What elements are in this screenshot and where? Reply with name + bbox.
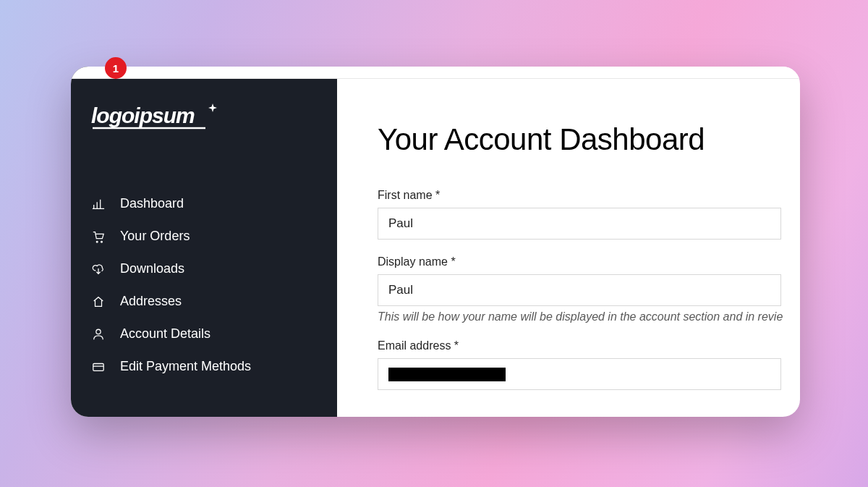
sidebar-item-label: Your Orders	[120, 229, 190, 244]
sidebar-nav: Dashboard Your Orders Downloads Addresse…	[71, 187, 337, 383]
email-input[interactable]	[378, 358, 781, 390]
first-name-input[interactable]	[378, 208, 781, 240]
cloud-download-icon	[91, 262, 106, 276]
sidebar-item-label: Dashboard	[120, 196, 184, 211]
sidebar-item-account-details[interactable]: Account Details	[91, 318, 337, 350]
sidebar-item-label: Account Details	[120, 326, 210, 342]
svg-text:logoipsum: logoipsum	[91, 103, 195, 127]
svg-point-2	[96, 329, 101, 334]
svg-rect-3	[93, 363, 103, 370]
card-top-strip	[71, 67, 800, 79]
page-title: Your Account Dashboard	[378, 122, 800, 157]
email-field: Email address *	[378, 339, 800, 390]
main-content: Your Account Dashboard First name * Disp…	[337, 67, 800, 417]
logo: logoipsum	[71, 79, 337, 144]
sidebar-item-dashboard[interactable]: Dashboard	[91, 187, 337, 220]
bar-chart-icon	[91, 197, 106, 211]
sidebar-item-downloads[interactable]: Downloads	[91, 253, 337, 285]
annotation-badge: 1	[105, 57, 127, 79]
display-name-help: This will be how your name will be displ…	[378, 310, 800, 323]
logoipsum-logo-icon: logoipsum	[91, 99, 229, 137]
email-label: Email address *	[378, 339, 800, 352]
display-name-label: Display name *	[378, 255, 800, 268]
display-name-input[interactable]	[378, 274, 781, 306]
sidebar-item-orders[interactable]: Your Orders	[91, 220, 337, 253]
sidebar-item-label: Edit Payment Methods	[120, 359, 251, 374]
first-name-label: First name *	[378, 189, 800, 202]
display-name-field: Display name * This will be how your nam…	[378, 255, 800, 323]
redacted-content	[388, 368, 506, 381]
sidebar-item-label: Addresses	[120, 294, 182, 309]
sidebar-item-label: Downloads	[120, 261, 184, 276]
sidebar-item-addresses[interactable]: Addresses	[91, 285, 337, 318]
dashboard-card: logoipsum Dashboard Your Orders	[71, 67, 800, 417]
user-icon	[91, 327, 106, 342]
first-name-field: First name *	[378, 189, 800, 240]
cart-icon	[91, 229, 106, 244]
sidebar-item-payment-methods[interactable]: Edit Payment Methods	[91, 350, 337, 383]
home-icon	[91, 295, 106, 309]
sidebar: logoipsum Dashboard Your Orders	[71, 67, 337, 417]
credit-card-icon	[91, 360, 106, 374]
